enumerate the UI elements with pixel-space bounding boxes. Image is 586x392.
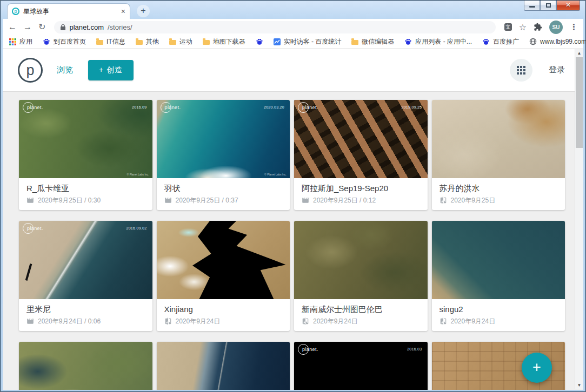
reload-button[interactable]: ↻ <box>38 23 45 31</box>
story-thumbnail: planet. 2016.09.02 <box>19 221 152 299</box>
story-thumbnail <box>157 221 290 299</box>
story-meta: 2020年9月25日 / 0:12 <box>302 197 420 204</box>
apps-grid-icon <box>9 38 16 45</box>
story-date-duration: 2020年9月25日 / 0:30 <box>38 197 101 204</box>
profile-avatar[interactable]: SU <box>549 21 563 34</box>
browser-toolbar: ← → ↻ planet.com/stories/ 文 ☆ SU ⋮ <box>3 19 583 35</box>
bookmark-other[interactable]: 其他 <box>136 37 159 46</box>
close-button[interactable]: ✕ <box>556 1 580 11</box>
site-header: p 浏览 + 创造 登录 <box>3 49 583 92</box>
story-thumbnail <box>294 221 428 299</box>
story-card[interactable]: planet. 2016.03 <box>294 342 428 390</box>
story-thumbnail <box>19 342 152 390</box>
baidu-paw-icon <box>256 38 263 45</box>
image-credit: © Planet Labs Inc. <box>264 173 287 176</box>
forward-button[interactable]: → <box>23 23 32 31</box>
bookmark-app-list[interactable]: 应用列表 - 应用中... <box>404 37 472 46</box>
story-title: 新南威尔士州图巴伦巴 <box>302 305 420 314</box>
bookmark-baidu[interactable] <box>256 38 263 45</box>
planet-logo[interactable]: p <box>18 58 43 83</box>
address-bar[interactable]: planet.com/stories/ <box>54 21 495 33</box>
browser-menu-icon[interactable]: ⋮ <box>570 22 578 32</box>
bookmark-sports[interactable]: 运动 <box>169 37 192 46</box>
story-card[interactable]: planet. 2016.09 © Planet Labs Inc. R_瓜卡维… <box>19 100 152 210</box>
url-host: planet.com <box>69 23 104 31</box>
story-card[interactable]: planet. 2020.03.20 © Planet Labs Inc. 羽状… <box>157 100 290 210</box>
bookmark-apps[interactable]: 应用 <box>9 37 32 46</box>
scroll-down-icon[interactable]: ▼ <box>575 381 583 389</box>
thumbnail-date: 2019.09.25 <box>401 105 422 109</box>
header-right: 登录 <box>510 59 565 82</box>
story-meta: 2020年9月24日 / 0:06 <box>26 317 145 325</box>
tab-close-icon[interactable]: × <box>121 8 125 15</box>
bookmark-star-icon[interactable]: ☆ <box>519 22 527 32</box>
bookmark-map-downloader[interactable]: 地图下载器 <box>203 37 245 46</box>
story-card[interactable]: singu2 2020年9月24日 <box>432 221 565 331</box>
story-title: 阿拉斯加_Sep19-Sep20 <box>302 184 420 193</box>
minimize-button[interactable] <box>524 1 540 11</box>
browser-window: p 星球故事 × + ✕ ← → ↻ planet.com/stories/ 文… <box>0 0 586 392</box>
story-meta: 2020年9月25日 / 0:37 <box>164 197 283 204</box>
story-thumbnail: planet. 2019.09.25 <box>294 100 428 178</box>
compare-icon <box>164 317 172 325</box>
url-path: /stories/ <box>108 23 132 31</box>
story-card[interactable]: planet. 2019.09.25 阿拉斯加_Sep19-Sep20 2020… <box>294 100 428 210</box>
restore-button[interactable] <box>540 1 556 11</box>
scrollbar-thumb[interactable] <box>576 57 583 148</box>
thumbnail-date: 2020.03.20 <box>264 105 284 109</box>
folder-icon <box>351 40 358 45</box>
apps-menu-button[interactable] <box>510 59 532 82</box>
create-story-fab[interactable]: + <box>522 353 552 383</box>
new-tab-button[interactable]: + <box>137 5 150 17</box>
story-card[interactable]: Xinjiang 2020年9月24日 <box>157 221 290 331</box>
story-date: 2020年9月24日 <box>313 317 358 325</box>
story-thumbnail: planet. 2016.09 © Planet Labs Inc. <box>19 100 152 178</box>
baidu-paw-icon <box>482 38 490 45</box>
story-card[interactable]: 苏丹的洪水 2020年9月25日 <box>432 100 565 210</box>
story-meta: 2020年9月25日 / 0:30 <box>26 197 145 204</box>
card-footer: R_瓜卡维亚 2020年9月25日 / 0:30 <box>19 178 152 210</box>
baidu-paw-icon <box>43 38 50 45</box>
movie-icon <box>26 317 34 325</box>
extensions-icon[interactable] <box>534 23 542 31</box>
tab-planet-stories[interactable]: p 星球故事 × <box>7 3 130 19</box>
nav-browse-link[interactable]: 浏览 <box>57 65 73 75</box>
stories-gallery: planet. 2016.09 © Planet Labs Inc. R_瓜卡维… <box>3 92 583 390</box>
image-credit: © Planet Labs Inc. <box>127 173 149 176</box>
movie-icon <box>26 197 34 204</box>
bookmark-baidu-promo[interactable]: 百度推广 <box>482 37 519 46</box>
folder-icon <box>169 40 176 45</box>
story-card[interactable]: 新南威尔士州图巴伦巴 2020年9月24日 <box>294 221 428 331</box>
page-content: p 浏览 + 创造 登录 planet. 2016.09 © Planet La… <box>3 49 583 390</box>
thumbnail-date: 2016.09.02 <box>126 226 146 230</box>
bookmark-baidu-home[interactable]: 到百度首页 <box>43 37 86 46</box>
story-thumbnail <box>432 100 565 178</box>
scroll-up-icon[interactable]: ▲ <box>575 49 583 57</box>
compare-icon <box>302 317 309 325</box>
story-card[interactable]: planet. 2016.09.02 里米尼 2020年9月24日 / 0:06 <box>19 221 152 331</box>
bookmark-baidu-tongji[interactable]: 实时访客 - 百度统计 <box>274 37 342 46</box>
minimize-icon <box>529 6 535 8</box>
create-button[interactable]: + 创造 <box>88 60 134 80</box>
login-link[interactable]: 登录 <box>549 65 565 75</box>
toolbar-right: 文 ☆ SU ⋮ <box>504 21 578 34</box>
bookmark-wechat-editor[interactable]: 微信编辑器 <box>351 37 394 46</box>
back-button[interactable]: ← <box>8 23 17 31</box>
bookmark-label: 运动 <box>179 37 192 46</box>
translate-icon[interactable]: 文 <box>504 23 512 31</box>
page-scrollbar[interactable]: ▲ ▼ <box>575 49 583 389</box>
story-meta: 2020年9月24日 <box>164 317 283 325</box>
bookmarks-bar: 应用 到百度首页 IT信息 其他 运动 地图下载器 实时访客 - 百度统计 微信… <box>3 35 583 49</box>
story-date: 2020年9月25日 <box>451 197 496 204</box>
planet-watermark: planet. <box>25 226 43 231</box>
bookmark-lbjs99[interactable]: www.lbjs99.com <box>529 38 586 45</box>
bookmark-label: 到百度首页 <box>54 37 86 46</box>
story-card[interactable] <box>157 342 290 390</box>
story-thumbnail: planet. 2020.03.20 © Planet Labs Inc. <box>157 100 290 178</box>
story-title: Xinjiang <box>164 305 283 314</box>
planet-favicon-icon: p <box>12 8 19 15</box>
story-card[interactable] <box>19 342 152 390</box>
thumbnail-date: 2016.03 <box>407 347 422 351</box>
bookmark-it-info[interactable]: IT信息 <box>96 37 125 46</box>
card-footer: singu2 2020年9月24日 <box>432 299 565 331</box>
